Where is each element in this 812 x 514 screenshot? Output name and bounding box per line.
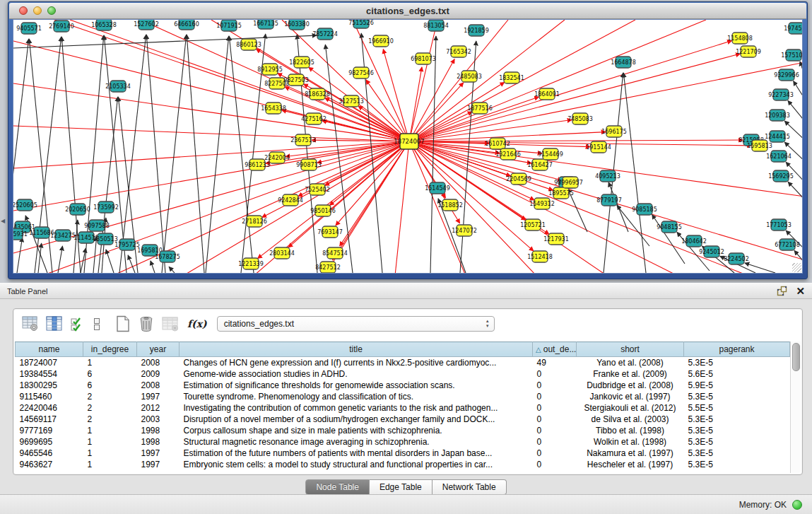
table-select-dropdown[interactable]: citations_edges.txt ▲▼ — [217, 316, 495, 332]
graph-node[interactable]: 4095213 — [595, 170, 620, 182]
cell-short[interactable]: Nakamura et al. (1997) — [577, 448, 684, 459]
citation-edge-red[interactable] — [409, 20, 565, 141]
graph-node[interactable]: 1696175 — [601, 126, 627, 137]
citation-edge-black[interactable] — [13, 35, 317, 48]
graph-node[interactable]: 1209383 — [765, 110, 790, 121]
citation-edge-red[interactable] — [409, 140, 743, 141]
graph-node[interactable]: 6466160 — [174, 20, 199, 30]
cell-year[interactable]: 2012 — [137, 402, 180, 414]
cell-out_degree[interactable]: 0 — [533, 368, 577, 380]
stacked-squares-icon[interactable] — [93, 316, 101, 332]
citation-edge-black[interactable] — [146, 35, 165, 273]
graph-node[interactable]: 1966910 — [368, 35, 394, 47]
cell-out_degree[interactable]: 49 — [533, 357, 577, 369]
citation-edge-black[interactable] — [623, 73, 646, 273]
cell-pagerank[interactable]: 5.3E-5 — [684, 391, 790, 402]
column-header-name[interactable]: name — [16, 342, 83, 357]
graph-node[interactable]: 1512418 — [527, 251, 553, 262]
graph-node[interactable]: 9405571 — [16, 23, 42, 34]
column-header-short[interactable]: short — [577, 342, 684, 357]
graph-node[interactable]: 9227343 — [768, 89, 794, 100]
cell-year[interactable]: 2008 — [137, 380, 180, 391]
cell-in_degree[interactable]: 2 — [83, 402, 137, 414]
graph-node[interactable]: 1974533 — [784, 23, 803, 34]
graph-node[interactable]: 1621064 — [766, 151, 792, 162]
graph-node[interactable]: 2020650 — [65, 204, 90, 215]
scrollbar-thumb[interactable] — [792, 343, 800, 371]
citation-edge-red[interactable] — [409, 20, 706, 141]
graph-node[interactable]: 1514549 — [425, 182, 450, 194]
cell-name[interactable]: 9699695 — [16, 436, 83, 448]
citation-edge-red[interactable] — [409, 20, 437, 141]
cell-short[interactable]: Wolkin et al. (1998) — [577, 436, 684, 448]
graph-node[interactable]: 1735992 — [93, 201, 119, 213]
table-row[interactable]: 946554611997Estimation of the future num… — [16, 448, 790, 459]
resize-grip[interactable] — [792, 263, 801, 272]
vertical-scrollbar[interactable] — [790, 341, 801, 473]
cell-short[interactable]: Jankovic et al. (1997) — [577, 391, 684, 402]
tab-edge-table[interactable]: Edge Table — [370, 479, 433, 495]
cell-in_degree[interactable]: 6 — [83, 368, 137, 380]
graph-node[interactable]: 1518852 — [437, 199, 463, 211]
cell-in_degree[interactable]: 1 — [83, 448, 137, 459]
graph-node[interactable]: 1603380 — [284, 20, 310, 30]
graph-node[interactable]: 8547514 — [322, 247, 348, 259]
graph-node[interactable]: 1771053 — [766, 219, 792, 230]
cell-name[interactable]: 9115460 — [16, 391, 83, 402]
graph-node[interactable]: 9048155 — [657, 221, 682, 233]
cell-short[interactable]: Yano et al. (2008) — [577, 357, 684, 369]
graph-node[interactable]: 1654338 — [261, 103, 286, 114]
table-row[interactable]: 977716911998Corpus callosum shape and si… — [16, 425, 790, 436]
cell-in_degree[interactable]: 1 — [83, 357, 137, 369]
cell-name[interactable]: 9463627 — [16, 459, 83, 470]
cell-short[interactable]: Stergiakouli et al. (2012) — [577, 402, 684, 414]
citation-edge-black[interactable] — [119, 35, 146, 273]
close-panel-icon[interactable]: ✕ — [796, 286, 805, 296]
cell-title[interactable]: Changes of HCN gene expression and I(f) … — [180, 357, 533, 369]
graph-node[interactable]: 9154469 — [538, 148, 563, 160]
graph-node[interactable]: 7693147 — [317, 226, 343, 238]
citation-edge-red[interactable] — [409, 54, 740, 141]
column-header-pagerank[interactable]: pagerank — [684, 342, 790, 357]
graph-node[interactable]: 1915144 — [586, 141, 611, 153]
cell-pagerank[interactable]: 5.6E-5 — [684, 368, 790, 380]
cell-title[interactable]: Embryonic stem cells: a model to study s… — [180, 459, 533, 470]
cell-year[interactable]: 2008 — [137, 357, 180, 369]
cell-pagerank[interactable]: 5.9E-5 — [684, 380, 790, 391]
citation-edge-red[interactable] — [256, 49, 409, 141]
graph-node[interactable]: 7515526 — [348, 20, 374, 28]
graph-node[interactable]: 2204569 — [506, 173, 531, 185]
panel-collapse-arrow[interactable]: ◀ — [1, 218, 5, 224]
cell-year[interactable]: 1998 — [137, 436, 180, 448]
graph-node[interactable]: 2367513 — [290, 134, 316, 146]
cell-short[interactable]: Dudbridge et al. (2008) — [577, 380, 684, 391]
cell-year[interactable]: 1997 — [137, 459, 180, 470]
tab-node-table[interactable]: Node Table — [305, 479, 370, 495]
graph-node[interactable]: 7165342 — [446, 46, 471, 57]
cell-year[interactable]: 1997 — [137, 448, 180, 459]
graph-node[interactable]: 6981073 — [411, 53, 436, 64]
cell-pagerank[interactable]: 5.3E-5 — [684, 357, 790, 369]
citation-edge-black[interactable] — [800, 62, 803, 87]
cell-pagerank[interactable]: 5.3E-5 — [684, 448, 790, 459]
cell-in_degree[interactable]: 1 — [83, 425, 137, 436]
citation-edge-black[interactable] — [106, 250, 114, 273]
graph-node[interactable]: 1575107 — [781, 49, 803, 61]
citation-edge-black[interactable] — [169, 267, 175, 273]
cell-out_degree[interactable]: 0 — [533, 425, 577, 436]
column-header-year[interactable]: year — [137, 342, 180, 357]
network-window-frame[interactable]: citations_edges.txt 94055712769140106532… — [8, 1, 808, 279]
cell-in_degree[interactable]: 1 — [83, 459, 137, 470]
table-row[interactable]: 1456911722003Disruption of a novel membe… — [16, 414, 790, 425]
graph-node[interactable]: 1569295 — [768, 170, 794, 182]
citation-edge-black[interactable] — [151, 261, 155, 273]
cell-out_degree[interactable]: 0 — [533, 380, 577, 391]
citation-edge-black[interactable] — [784, 121, 803, 144]
graph-node[interactable]: 9085185 — [632, 204, 657, 215]
citation-edge-black[interactable] — [745, 263, 775, 273]
citation-edge-black[interactable] — [38, 243, 42, 273]
cell-title[interactable]: Genome-wide association studies in ADHD. — [180, 368, 533, 380]
table-row[interactable]: 969969511998Structural magnetic resonanc… — [16, 436, 790, 448]
cell-name[interactable]: 19384554 — [16, 368, 83, 380]
graph-node[interactable]: 7485083 — [567, 113, 593, 124]
